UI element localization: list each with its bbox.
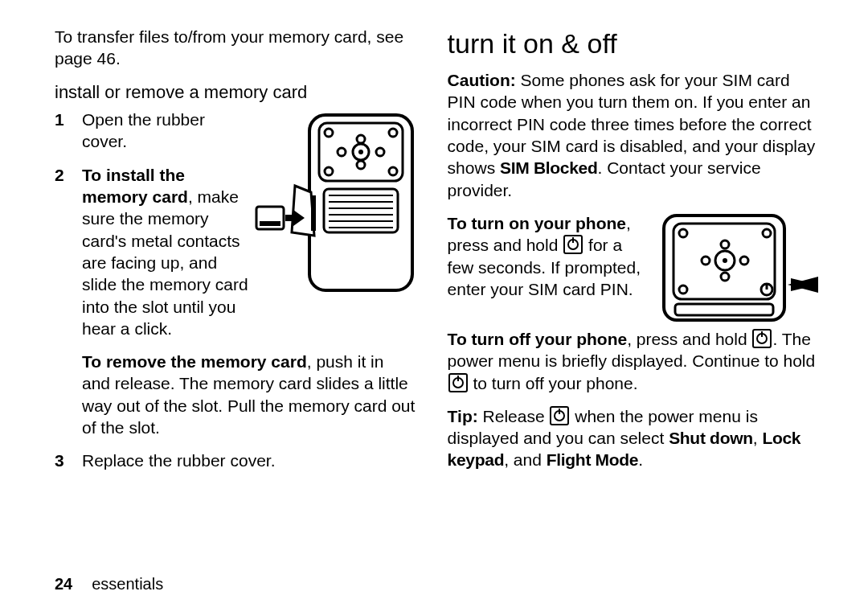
power-icon — [752, 329, 772, 348]
tip-text-c: , — [753, 429, 763, 447]
turn-off-text-a: , press and hold — [627, 330, 751, 348]
caution-paragraph: Caution: Some phones ask for your SIM ca… — [448, 69, 820, 201]
install-remove-subheading: install or remove a memory card — [55, 81, 416, 105]
tip-text-d: , and — [504, 450, 547, 469]
svg-point-7 — [358, 150, 363, 154]
tip-text-e: . — [638, 450, 643, 469]
two-column-layout: To transfer files to/from your memory ca… — [55, 26, 820, 483]
right-column: turn it on & off Caution: Some phones as… — [448, 26, 820, 483]
step-2: To install the memory card, make sure th… — [55, 164, 416, 439]
transfer-intro-text: To transfer files to/from your memory ca… — [55, 26, 416, 70]
power-icon — [448, 373, 468, 392]
option-flight-mode: Flight Mode — [547, 450, 639, 469]
step-2-install-bold: To install the memory card — [82, 166, 188, 206]
step-1: Open the rubber cover. — [55, 109, 416, 153]
tip-paragraph: Tip: Release when the power menu is disp… — [448, 405, 820, 471]
step-1-text: Open the rubber cover. — [82, 110, 205, 150]
install-steps-list: Open the rubber cover. To install the me… — [55, 109, 416, 471]
tip-text-a: Release — [478, 407, 550, 425]
page-number: 24 — [55, 575, 72, 593]
turn-off-bold: To turn off your phone — [448, 330, 628, 348]
turn-on-bold: To turn on your phone — [448, 214, 626, 232]
step-2-remove-para: To remove the memory card, push it in an… — [82, 351, 416, 438]
option-shutdown: Shut down — [669, 429, 753, 447]
sim-blocked-text: SIM Blocked — [500, 158, 598, 177]
tip-label: Tip: — [448, 407, 478, 425]
manual-page: To transfer files to/from your memory ca… — [0, 0, 868, 616]
turn-off-text-c: to turn off your phone. — [469, 374, 638, 392]
power-icon — [550, 406, 569, 425]
section-name: essentials — [92, 575, 163, 593]
svg-point-31 — [723, 258, 727, 263]
turn-off-paragraph: To turn off your phone, press and hold .… — [448, 328, 820, 394]
turn-on-off-heading: turn it on & off — [448, 26, 820, 61]
step-3-text: Replace the rubber cover. — [82, 451, 275, 470]
step-2-install-text-b: are facing up, and slide the memory card… — [82, 253, 248, 338]
left-column: To transfer files to/from your memory ca… — [55, 26, 416, 483]
step-2-remove-bold: To remove the memory card — [82, 352, 307, 371]
svg-rect-37 — [675, 304, 773, 315]
step-3: Replace the rubber cover. — [55, 450, 416, 471]
page-footer: 24essentials — [55, 575, 163, 593]
turn-on-block: To turn on your phone, press and hold fo… — [448, 212, 820, 328]
power-icon — [563, 235, 583, 254]
phone-power-illustration — [659, 212, 820, 325]
caution-label: Caution: — [448, 71, 516, 89]
